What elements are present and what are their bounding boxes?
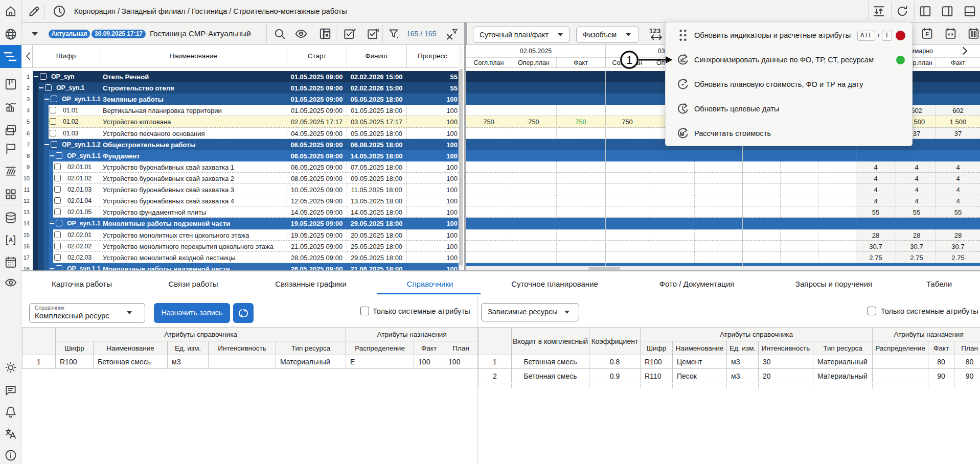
svg-text:1: 1: [626, 54, 632, 66]
svg-text:A: A: [9, 237, 13, 244]
svg-text:F: F: [925, 31, 929, 37]
